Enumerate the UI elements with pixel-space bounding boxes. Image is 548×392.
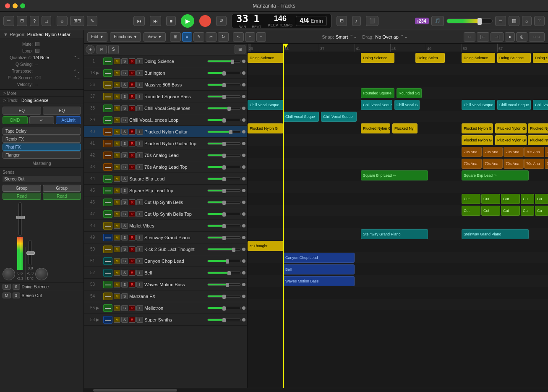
- track-row[interactable]: 54 ▬▬ M S Manzana FX: [84, 290, 247, 302]
- pan-dot[interactable]: [242, 224, 245, 227]
- volume-slider[interactable]: [207, 119, 241, 121]
- input-btn[interactable]: I: [136, 82, 143, 88]
- solo-btn[interactable]: S: [121, 211, 128, 217]
- functions-btn[interactable]: Functions ▼: [110, 32, 141, 42]
- input-btn[interactable]: I: [136, 164, 143, 170]
- clip[interactable]: Cu: [535, 206, 548, 216]
- clip[interactable]: Doing Science: [462, 53, 495, 63]
- flanger-item[interactable]: Flanger: [3, 152, 81, 159]
- clip[interactable]: Chill Vocal Seque: [283, 112, 319, 122]
- drag-arrow[interactable]: ⌃⌄: [400, 34, 408, 39]
- pan-dot[interactable]: [242, 118, 245, 122]
- read-btn[interactable]: Read: [3, 193, 41, 200]
- solo-btn[interactable]: S: [121, 246, 128, 252]
- snap-arrow[interactable]: ⌃⌄: [350, 34, 357, 39]
- grid-btn[interactable]: ▦: [509, 16, 519, 26]
- pan-dot[interactable]: [242, 236, 245, 239]
- clip[interactable]: Doing Scien: [415, 53, 445, 63]
- clip[interactable]: 70s Ana: [524, 147, 544, 157]
- record-btn[interactable]: [199, 15, 211, 27]
- rewind-btn[interactable]: ⏮: [133, 16, 145, 26]
- mute-btn[interactable]: M: [114, 58, 120, 64]
- input-btn[interactable]: I: [136, 235, 143, 240]
- solo-btn[interactable]: S: [121, 282, 128, 287]
- mute-btn[interactable]: M: [114, 246, 120, 252]
- volume-knob[interactable]: [222, 83, 226, 87]
- mute-btn[interactable]: M: [114, 305, 120, 311]
- mute-btn[interactable]: M: [114, 117, 120, 123]
- solo-btn[interactable]: S: [121, 258, 128, 264]
- mute-btn[interactable]: M: [114, 176, 120, 182]
- s-btn[interactable]: S: [108, 45, 119, 54]
- track-row[interactable]: 40 ▬▬ M S R I Plucked Nylon Guitar: [84, 126, 247, 138]
- rec-btn[interactable]: R: [129, 152, 136, 158]
- mute-btn[interactable]: M: [114, 164, 120, 170]
- clip[interactable]: Steinway Grand Piano: [462, 229, 529, 239]
- rec-btn[interactable]: R: [129, 235, 136, 240]
- clip[interactable]: 70s Ana: [545, 159, 548, 169]
- track-row[interactable]: 44 ▬▬ M S Square Blip Lead: [84, 173, 247, 185]
- cpu-btn[interactable]: 🎵: [431, 16, 444, 26]
- rec-btn[interactable]: R: [129, 94, 136, 99]
- rec-btn[interactable]: R: [129, 305, 136, 311]
- pan-dot[interactable]: [242, 189, 245, 192]
- input-btn[interactable]: I: [136, 282, 143, 287]
- clip[interactable]: Plucked Nylon Gu: [495, 123, 527, 133]
- pan-dot[interactable]: [242, 95, 245, 98]
- mute-btn[interactable]: M: [114, 70, 120, 76]
- pitch-source-arrow[interactable]: ⌃⌄: [73, 76, 80, 80]
- eq1-btn[interactable]: EQ: [3, 107, 41, 115]
- clip[interactable]: Cut: [501, 206, 520, 216]
- volume-slider[interactable]: [207, 201, 241, 204]
- clip[interactable]: Doing Science: [248, 53, 283, 63]
- track-row[interactable]: 46 ▬▬ M S R I Cut Up Synth Bells: [84, 196, 247, 208]
- mute-btn[interactable]: M: [114, 258, 120, 264]
- solo-btn[interactable]: S: [121, 82, 128, 88]
- list-view-btn[interactable]: ≡: [182, 32, 192, 42]
- volume-slider[interactable]: [207, 319, 241, 321]
- solo-btn[interactable]: S: [121, 94, 128, 99]
- clip[interactable]: Plucked Nylon Gu: [495, 135, 527, 145]
- clip[interactable]: Chill Vocal S: [533, 100, 548, 110]
- rec-mode-btn[interactable]: ●: [505, 32, 515, 42]
- volume-slider[interactable]: [207, 307, 241, 309]
- volume-knob[interactable]: [231, 60, 234, 64]
- pan-dot[interactable]: [242, 201, 245, 204]
- volume-knob[interactable]: [222, 201, 226, 205]
- rec-btn[interactable]: R: [129, 199, 136, 205]
- rec-btn[interactable]: R: [129, 211, 136, 217]
- clip[interactable]: Cut: [462, 206, 480, 216]
- clip[interactable]: Chill Vocal Seque: [248, 100, 283, 110]
- clip[interactable]: 70s Ana: [462, 159, 482, 169]
- solo-btn[interactable]: S: [121, 188, 128, 193]
- track-expand[interactable]: ▶: [96, 71, 102, 75]
- mute-btn[interactable]: M: [114, 94, 120, 99]
- volume-slider[interactable]: [207, 225, 241, 227]
- bottom-mute-btn[interactable]: M: [3, 284, 11, 290]
- master-volume-slider[interactable]: [446, 18, 493, 24]
- track-row[interactable]: 38 ▬▬ M S R I Chill Vocal Sequences: [84, 102, 247, 114]
- mute-btn[interactable]: M: [114, 270, 120, 276]
- solo-btn[interactable]: S: [121, 235, 128, 240]
- volume-slider[interactable]: [207, 60, 241, 63]
- clip[interactable]: 70s Ana: [545, 147, 548, 157]
- mute-btn[interactable]: M: [114, 129, 120, 135]
- rec-btn[interactable]: R: [129, 129, 136, 135]
- solo-btn[interactable]: S: [121, 305, 128, 311]
- stereo-mute-btn[interactable]: M: [3, 293, 11, 298]
- piano-btn[interactable]: □: [42, 16, 51, 26]
- browser-btn[interactable]: ⊞: [17, 16, 27, 26]
- track-row[interactable]: 48 ▬▬ M S Mallet Vibes: [84, 220, 247, 232]
- solo-btn[interactable]: S: [121, 70, 128, 76]
- region-expand-arrow[interactable]: ▼: [3, 32, 8, 37]
- quantize-icon[interactable]: ⊙: [28, 55, 31, 60]
- clip[interactable]: Chill Vocal Seque: [321, 112, 357, 122]
- loop-region-btn[interactable]: ↻: [218, 32, 229, 42]
- input-btn[interactable]: I: [136, 258, 143, 264]
- clip[interactable]: 70s Ana: [483, 147, 503, 157]
- track-row[interactable]: 58 ▶ ▬▬ M S R I Super Synths: [84, 314, 247, 326]
- fader-track-2[interactable]: [29, 240, 32, 265]
- loop-checkbox[interactable]: [35, 49, 39, 53]
- clip[interactable]: 70s Ana: [462, 147, 482, 157]
- tape-delay-item[interactable]: Tape Delay: [3, 128, 81, 135]
